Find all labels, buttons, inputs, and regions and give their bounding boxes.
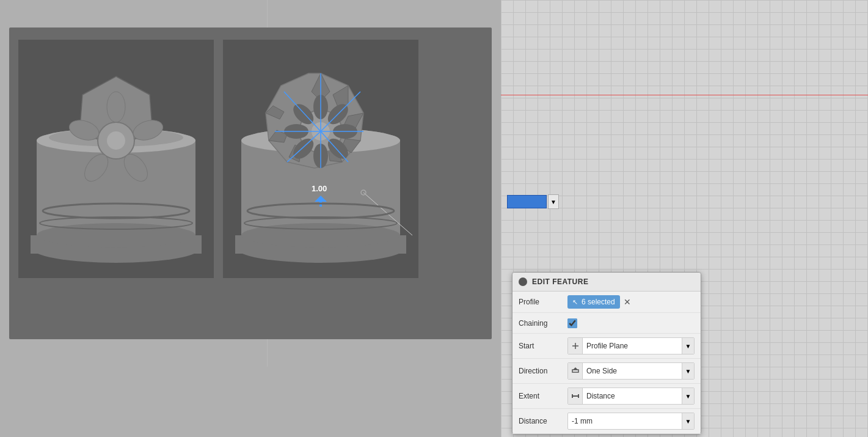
extent-dropdown-text: Distance [583,392,682,400]
direction-dropdown-icon [568,363,583,379]
edit-panel-title: EDIT FEATURE [532,277,588,286]
profile-row: Profile ↖ 6 selected ✕ [512,292,701,313]
distance-value: -1 mm ▼ [567,413,695,430]
start-dropdown-text: Profile Plane [583,342,682,350]
svg-point-11 [107,131,125,150]
close-circle-icon[interactable] [519,277,527,286]
direction-dropdown-arrow[interactable]: ▼ [682,363,694,379]
extent-label: Extent [519,392,567,400]
start-label: Start [519,342,567,350]
chaining-row: Chaining [512,313,701,334]
direction-dropdown-text: One Side [583,367,682,375]
profile-count-label: 6 selected [582,298,615,306]
start-dropdown-arrow[interactable]: ▼ [682,338,694,354]
edit-feature-panel: EDIT FEATURE Profile ↖ 6 selected ✕ Chai… [512,272,701,435]
svg-text:1.00: 1.00 [312,184,327,193]
edit-panel-header: EDIT FEATURE [512,273,701,292]
profile-close-button[interactable]: ✕ [622,297,632,307]
distance-row: Distance -1 mm ▼ [512,409,701,434]
extent-dropdown-icon [568,388,583,404]
floating-distance-input[interactable]: -1 mm [507,195,547,208]
start-dropdown[interactable]: Profile Plane ▼ [567,337,695,354]
chaining-value [567,318,695,328]
distance-label: Distance [519,417,567,425]
extent-dropdown-arrow[interactable]: ▼ [682,388,694,404]
direction-value: One Side ▼ [567,362,695,380]
start-value: Profile Plane ▼ [567,337,695,354]
start-dropdown-icon [568,338,583,354]
direction-label: Direction [519,367,567,375]
direction-dropdown[interactable]: One Side ▼ [567,362,695,380]
svg-marker-63 [573,367,578,370]
extent-dropdown[interactable]: Distance ▼ [567,387,695,405]
profile-label: Profile [519,298,567,306]
distance-input-text[interactable]: -1 mm [568,417,682,425]
viewport[interactable]: 1.00 [0,0,501,437]
svg-rect-62 [572,370,578,372]
scene-area: 1.00 [9,28,492,339]
floating-input-container: -1 mm ▼ [507,194,559,209]
direction-row: Direction One Side ▼ [512,359,701,384]
medallion-right: 1.00 [223,40,418,278]
distance-input-row: -1 mm ▼ [567,413,695,430]
profile-selected-button[interactable]: ↖ 6 selected [567,295,620,309]
svg-point-12 [107,92,125,122]
start-row: Start Profile Plane ▼ [512,334,701,359]
profile-value: ↖ 6 selected ✕ [567,295,695,309]
medallion-left [18,40,214,278]
extent-value: Distance ▼ [567,387,695,405]
extent-row: Extent Distance ▼ [512,384,701,409]
floating-dropdown-button[interactable]: ▼ [548,194,559,209]
chaining-checkbox-container [567,318,577,328]
chaining-checkbox[interactable] [567,318,577,328]
distance-dropdown-arrow[interactable]: ▼ [682,413,694,429]
chaining-label: Chaining [519,319,567,328]
cursor-icon: ↖ [572,298,578,306]
